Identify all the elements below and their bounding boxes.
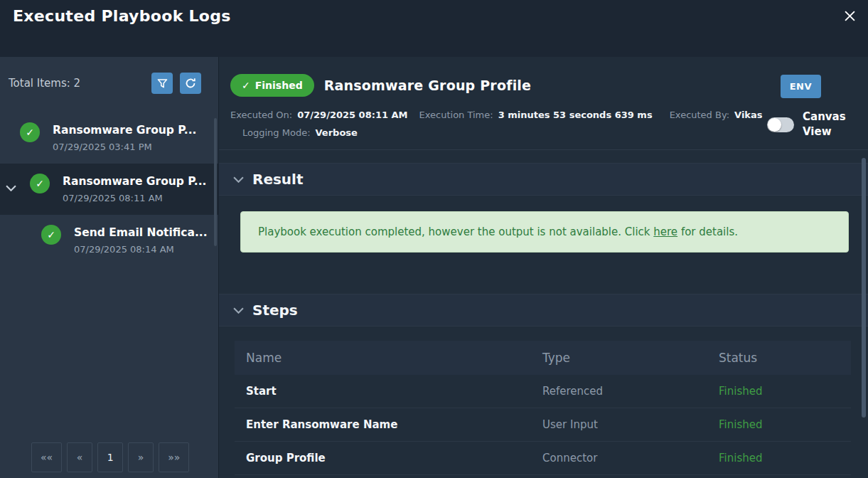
last-page-button[interactable]: »» bbox=[159, 442, 189, 472]
page-number-button[interactable]: 1 bbox=[97, 442, 123, 472]
table-row[interactable]: Enter Ransomware Name User Input Finishe… bbox=[235, 408, 851, 442]
refresh-button[interactable] bbox=[180, 73, 201, 94]
steps-table: Name Type Status Start Referenced Finish… bbox=[235, 341, 851, 475]
list-item-selected[interactable]: ✓ Ransomware Group P... 07/29/2025 08:11… bbox=[0, 164, 218, 215]
executed-by-label: Executed By: bbox=[670, 110, 729, 120]
first-page-button[interactable]: «« bbox=[31, 442, 62, 472]
check-icon: ✓ bbox=[242, 80, 250, 91]
success-check-icon: ✓ bbox=[20, 122, 40, 142]
step-type: User Input bbox=[542, 418, 719, 431]
execution-time-label: Execution Time: bbox=[419, 110, 493, 120]
table-row[interactable]: Group Profile Connector Finished bbox=[235, 442, 851, 475]
chevron-down-icon bbox=[233, 307, 244, 314]
steps-section-title: Steps bbox=[252, 302, 298, 319]
filter-button[interactable] bbox=[151, 73, 173, 94]
playbook-log-timestamp: 07/29/2025 03:41 PM bbox=[53, 142, 211, 152]
toggle-knob bbox=[768, 118, 781, 132]
column-header-name: Name bbox=[246, 351, 542, 365]
page-title: Executed Playbook Logs bbox=[0, 0, 868, 25]
step-name: Start bbox=[246, 385, 542, 398]
result-alert: Playbook execution completed, however th… bbox=[240, 211, 849, 253]
executed-by-value: Vikas bbox=[734, 110, 762, 120]
logging-mode-label: Logging Mode: bbox=[242, 127, 311, 138]
result-section-title: Result bbox=[252, 171, 304, 188]
playbook-log-timestamp: 07/29/2025 08:11 AM bbox=[63, 193, 211, 203]
step-status: Finished bbox=[719, 452, 851, 464]
step-status: Finished bbox=[719, 418, 851, 431]
step-name: Enter Ransomware Name bbox=[246, 418, 542, 431]
executed-on-label: Executed On: bbox=[230, 110, 292, 120]
log-list-sidebar: Total Items: 2 ✓ Ransomware Group P... 0… bbox=[0, 57, 219, 478]
canvas-view-toggle[interactable] bbox=[767, 117, 794, 132]
window-header: Executed Playbook Logs bbox=[0, 0, 868, 57]
header-divider bbox=[219, 149, 868, 150]
prev-page-button[interactable]: « bbox=[67, 442, 92, 472]
executed-playbook-logs-window: Executed Playbook Logs Total Items: 2 bbox=[0, 0, 868, 478]
refresh-icon bbox=[185, 78, 196, 89]
playbook-name-title: Ransomware Group Profile bbox=[324, 78, 531, 93]
details-link[interactable]: here bbox=[653, 225, 677, 238]
list-item-child[interactable]: ✓ Send Email Notifica... 07/29/2025 08:1… bbox=[0, 215, 218, 266]
main-scrollbar[interactable] bbox=[862, 158, 866, 418]
canvas-view-label: Canvas View bbox=[803, 110, 844, 139]
pagination: «« « 1 » »» bbox=[31, 442, 189, 472]
chevron-down-icon bbox=[233, 176, 244, 183]
playbook-log-title: Send Email Notifica... bbox=[74, 226, 211, 239]
status-badge: ✓ Finished bbox=[230, 74, 314, 97]
playbook-log-timestamp: 07/29/2025 08:14 AM bbox=[74, 244, 211, 255]
playbook-log-title: Ransomware Group P... bbox=[53, 124, 211, 137]
steps-section-header[interactable]: Steps bbox=[219, 294, 868, 326]
result-section: Result Playbook execution completed, how… bbox=[219, 163, 868, 281]
step-status: Finished bbox=[719, 385, 851, 398]
logging-mode-value: Verbose bbox=[316, 127, 358, 138]
step-name: Group Profile bbox=[246, 452, 542, 464]
env-button[interactable]: ENV bbox=[781, 75, 821, 98]
sidebar-scrollbar[interactable] bbox=[214, 118, 217, 246]
execution-time-value: 3 minutes 53 seconds 639 ms bbox=[498, 110, 653, 120]
executed-on-value: 07/29/2025 08:11 AM bbox=[297, 110, 407, 120]
alert-text: for details. bbox=[677, 225, 738, 238]
table-row[interactable]: Start Referenced Finished bbox=[235, 375, 851, 408]
playbook-log-title: Ransomware Group P... bbox=[63, 175, 211, 188]
result-section-header[interactable]: Result bbox=[219, 163, 868, 196]
playbook-log-list: ✓ Ransomware Group P... 07/29/2025 03:41… bbox=[0, 112, 218, 266]
status-badge-label: Finished bbox=[255, 80, 303, 91]
total-items-count: Total Items: 2 bbox=[9, 77, 80, 90]
step-type: Referenced bbox=[542, 385, 719, 398]
chevron-down-icon[interactable] bbox=[6, 181, 16, 194]
log-detail-panel: ✓ Finished Ransomware Group Profile ENV … bbox=[219, 57, 868, 478]
column-header-status: Status bbox=[719, 351, 851, 365]
success-check-icon: ✓ bbox=[30, 174, 50, 193]
alert-text: Playbook execution completed, however th… bbox=[258, 225, 653, 238]
step-type: Connector bbox=[542, 452, 719, 464]
filter-icon bbox=[157, 78, 168, 89]
next-page-button[interactable]: » bbox=[128, 442, 154, 472]
column-header-type: Type bbox=[542, 351, 719, 365]
steps-section: Steps Name Type Status Start Referenced … bbox=[219, 294, 868, 475]
table-header-row: Name Type Status bbox=[235, 341, 851, 375]
list-item[interactable]: ✓ Ransomware Group P... 07/29/2025 03:41… bbox=[0, 112, 218, 164]
close-icon[interactable] bbox=[841, 7, 858, 24]
success-check-icon: ✓ bbox=[41, 225, 61, 245]
